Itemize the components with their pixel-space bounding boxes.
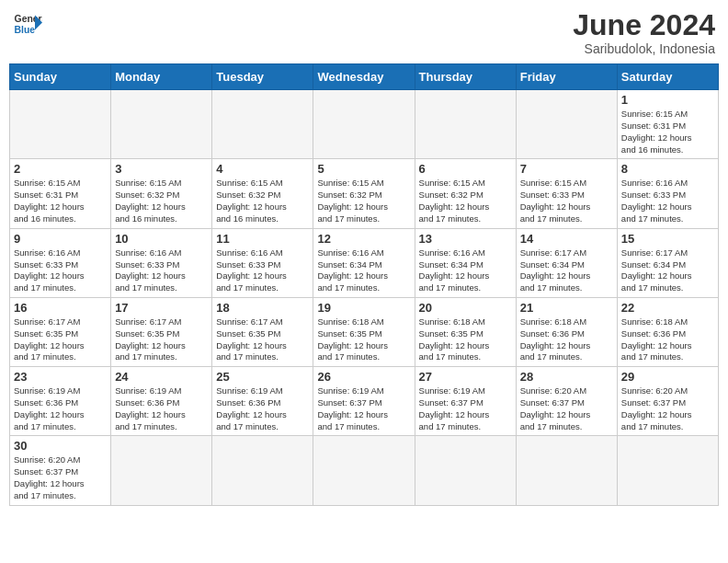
table-row: 16Sunrise: 6:17 AMSunset: 6:35 PMDayligh… <box>10 297 111 366</box>
calendar-table: Sunday Monday Tuesday Wednesday Thursday… <box>9 63 719 506</box>
table-row: 17Sunrise: 6:17 AMSunset: 6:35 PMDayligh… <box>111 297 212 366</box>
header-saturday: Saturday <box>617 64 718 90</box>
day-info: Sunrise: 6:17 AMSunset: 6:34 PMDaylight:… <box>621 247 714 294</box>
header-wednesday: Wednesday <box>313 64 415 90</box>
table-row <box>617 436 718 505</box>
calendar-week-row: 9Sunrise: 6:16 AMSunset: 6:33 PMDaylight… <box>10 228 719 297</box>
header-monday: Monday <box>111 64 212 90</box>
day-number: 23 <box>14 370 107 384</box>
table-row: 6Sunrise: 6:15 AMSunset: 6:32 PMDaylight… <box>415 159 516 228</box>
calendar-subtitle: Saribudolok, Indonesia <box>573 41 715 56</box>
day-number: 22 <box>621 301 714 315</box>
day-info: Sunrise: 6:16 AMSunset: 6:33 PMDaylight:… <box>216 247 309 294</box>
header: General Blue June 2024 Saribudolok, Indo… <box>9 9 719 56</box>
table-row: 3Sunrise: 6:15 AMSunset: 6:32 PMDaylight… <box>111 159 212 228</box>
table-row: 25Sunrise: 6:19 AMSunset: 6:36 PMDayligh… <box>212 367 313 436</box>
table-row: 29Sunrise: 6:20 AMSunset: 6:37 PMDayligh… <box>617 367 718 436</box>
day-number: 17 <box>115 301 208 315</box>
day-info: Sunrise: 6:18 AMSunset: 6:35 PMDaylight:… <box>419 316 512 363</box>
table-row: 14Sunrise: 6:17 AMSunset: 6:34 PMDayligh… <box>516 228 617 297</box>
table-row <box>10 90 111 159</box>
table-row: 27Sunrise: 6:19 AMSunset: 6:37 PMDayligh… <box>415 367 516 436</box>
table-row: 15Sunrise: 6:17 AMSunset: 6:34 PMDayligh… <box>617 228 718 297</box>
table-row: 28Sunrise: 6:20 AMSunset: 6:37 PMDayligh… <box>516 367 617 436</box>
day-number: 7 <box>520 162 613 176</box>
table-row: 4Sunrise: 6:15 AMSunset: 6:32 PMDaylight… <box>212 159 313 228</box>
day-number: 2 <box>14 162 107 176</box>
calendar-week-row: 1Sunrise: 6:15 AMSunset: 6:31 PMDaylight… <box>10 90 719 159</box>
day-info: Sunrise: 6:19 AMSunset: 6:37 PMDaylight:… <box>419 385 512 432</box>
day-number: 11 <box>216 232 309 246</box>
day-number: 8 <box>621 162 714 176</box>
weekday-header-row: Sunday Monday Tuesday Wednesday Thursday… <box>10 64 719 90</box>
day-number: 18 <box>216 301 309 315</box>
day-number: 3 <box>115 162 208 176</box>
day-info: Sunrise: 6:16 AMSunset: 6:34 PMDaylight:… <box>317 247 410 294</box>
table-row: 2Sunrise: 6:15 AMSunset: 6:31 PMDaylight… <box>10 159 111 228</box>
day-info: Sunrise: 6:20 AMSunset: 6:37 PMDaylight:… <box>621 385 714 432</box>
calendar-week-row: 16Sunrise: 6:17 AMSunset: 6:35 PMDayligh… <box>10 297 719 366</box>
table-row: 22Sunrise: 6:18 AMSunset: 6:36 PMDayligh… <box>617 297 718 366</box>
day-number: 9 <box>14 232 107 246</box>
day-info: Sunrise: 6:18 AMSunset: 6:36 PMDaylight:… <box>520 316 613 363</box>
day-number: 1 <box>621 93 714 107</box>
calendar-week-row: 23Sunrise: 6:19 AMSunset: 6:36 PMDayligh… <box>10 367 719 436</box>
day-info: Sunrise: 6:19 AMSunset: 6:36 PMDaylight:… <box>216 385 309 432</box>
day-number: 26 <box>317 370 410 384</box>
header-sunday: Sunday <box>10 64 111 90</box>
table-row: 8Sunrise: 6:16 AMSunset: 6:33 PMDaylight… <box>617 159 718 228</box>
day-number: 13 <box>419 232 512 246</box>
table-row: 1Sunrise: 6:15 AMSunset: 6:31 PMDaylight… <box>617 90 718 159</box>
logo: General Blue <box>13 9 42 39</box>
day-info: Sunrise: 6:17 AMSunset: 6:35 PMDaylight:… <box>115 316 208 363</box>
day-info: Sunrise: 6:19 AMSunset: 6:36 PMDaylight:… <box>115 385 208 432</box>
header-thursday: Thursday <box>415 64 516 90</box>
table-row: 12Sunrise: 6:16 AMSunset: 6:34 PMDayligh… <box>313 228 415 297</box>
table-row <box>516 90 617 159</box>
day-number: 27 <box>419 370 512 384</box>
table-row: 23Sunrise: 6:19 AMSunset: 6:36 PMDayligh… <box>10 367 111 436</box>
table-row <box>212 90 313 159</box>
day-number: 29 <box>621 370 714 384</box>
day-number: 15 <box>621 232 714 246</box>
calendar-week-row: 30Sunrise: 6:20 AMSunset: 6:37 PMDayligh… <box>10 436 719 505</box>
table-row: 26Sunrise: 6:19 AMSunset: 6:37 PMDayligh… <box>313 367 415 436</box>
day-info: Sunrise: 6:15 AMSunset: 6:31 PMDaylight:… <box>14 178 107 224</box>
day-info: Sunrise: 6:16 AMSunset: 6:33 PMDaylight:… <box>115 247 208 294</box>
header-friday: Friday <box>516 64 617 90</box>
calendar-week-row: 2Sunrise: 6:15 AMSunset: 6:31 PMDaylight… <box>10 159 719 228</box>
day-number: 21 <box>520 301 613 315</box>
day-info: Sunrise: 6:18 AMSunset: 6:36 PMDaylight:… <box>621 316 714 363</box>
day-number: 10 <box>115 232 208 246</box>
table-row: 11Sunrise: 6:16 AMSunset: 6:33 PMDayligh… <box>212 228 313 297</box>
day-number: 4 <box>216 162 309 176</box>
day-number: 6 <box>419 162 512 176</box>
day-info: Sunrise: 6:18 AMSunset: 6:35 PMDaylight:… <box>317 316 410 363</box>
day-number: 14 <box>520 232 613 246</box>
table-row <box>313 436 415 505</box>
table-row <box>111 436 212 505</box>
table-row: 19Sunrise: 6:18 AMSunset: 6:35 PMDayligh… <box>313 297 415 366</box>
day-info: Sunrise: 6:15 AMSunset: 6:31 PMDaylight:… <box>621 109 714 155</box>
header-tuesday: Tuesday <box>212 64 313 90</box>
table-row: 9Sunrise: 6:16 AMSunset: 6:33 PMDaylight… <box>10 228 111 297</box>
table-row: 13Sunrise: 6:16 AMSunset: 6:34 PMDayligh… <box>415 228 516 297</box>
day-info: Sunrise: 6:15 AMSunset: 6:32 PMDaylight:… <box>317 178 410 224</box>
day-info: Sunrise: 6:20 AMSunset: 6:37 PMDaylight:… <box>14 454 107 501</box>
day-number: 12 <box>317 232 410 246</box>
table-row: 18Sunrise: 6:17 AMSunset: 6:35 PMDayligh… <box>212 297 313 366</box>
table-row: 10Sunrise: 6:16 AMSunset: 6:33 PMDayligh… <box>111 228 212 297</box>
table-row: 24Sunrise: 6:19 AMSunset: 6:36 PMDayligh… <box>111 367 212 436</box>
table-row <box>313 90 415 159</box>
day-number: 5 <box>317 162 410 176</box>
table-row <box>516 436 617 505</box>
day-info: Sunrise: 6:15 AMSunset: 6:32 PMDaylight:… <box>216 178 309 224</box>
logo-icon: General Blue <box>13 9 42 39</box>
day-number: 30 <box>14 439 107 453</box>
table-row <box>212 436 313 505</box>
day-info: Sunrise: 6:15 AMSunset: 6:32 PMDaylight:… <box>419 178 512 224</box>
day-info: Sunrise: 6:17 AMSunset: 6:35 PMDaylight:… <box>14 316 107 363</box>
table-row: 30Sunrise: 6:20 AMSunset: 6:37 PMDayligh… <box>10 436 111 505</box>
table-row <box>415 436 516 505</box>
day-number: 16 <box>14 301 107 315</box>
